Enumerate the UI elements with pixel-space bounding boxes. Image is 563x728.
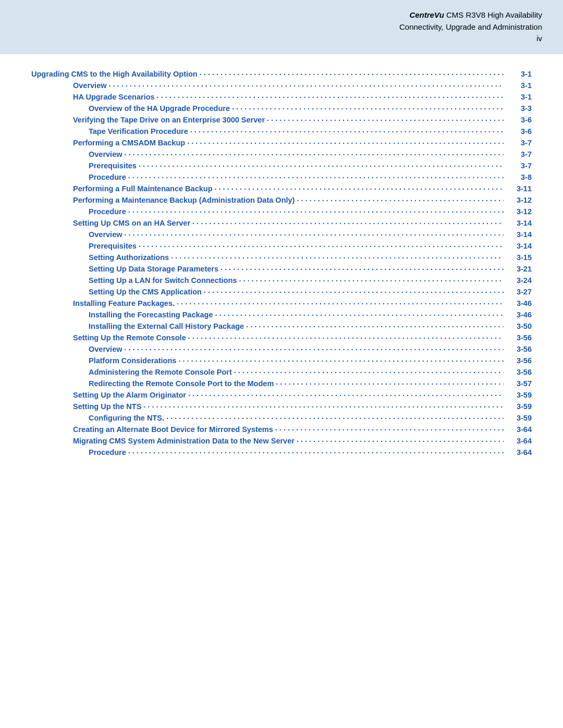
toc-entry: Procedure3-64 xyxy=(31,448,532,456)
toc-entry: Tape Verification Procedure3-6 xyxy=(31,127,532,135)
toc-entry-text: Overview of the HA Upgrade Procedure xyxy=(89,104,230,113)
toc-entry-dots xyxy=(171,252,504,260)
toc-entry-page: 3-14 xyxy=(506,219,532,227)
toc-entry-text: Migrating CMS System Administration Data… xyxy=(73,437,295,445)
toc-entry-text: Redirecting the Remote Console Port to t… xyxy=(89,379,274,388)
toc-entry-page: 3-64 xyxy=(506,437,532,445)
toc-entry-text: Setting Up the CMS Application xyxy=(89,288,202,296)
toc-entry-dots xyxy=(200,68,504,77)
toc-entry-page: 3-8 xyxy=(506,173,532,181)
toc-entry-dots xyxy=(143,401,504,409)
header-page-label: iv xyxy=(536,34,542,43)
toc-entry-text: Installing the External Call History Pac… xyxy=(89,322,244,330)
toc-entry-page: 3-6 xyxy=(506,116,532,124)
toc-entry-text: Overview xyxy=(89,230,123,239)
toc-entry-dots xyxy=(128,447,504,455)
toc-entry-page: 3-59 xyxy=(506,414,532,422)
toc-entry-page: 3-56 xyxy=(506,368,532,376)
toc-entry-page: 3-21 xyxy=(506,265,532,273)
toc-entry-text: Setting Up the Remote Console xyxy=(73,334,186,342)
toc-entry-page: 3-7 xyxy=(506,162,532,170)
toc-entry-dots xyxy=(128,206,504,214)
toc-entry: Procedure3-12 xyxy=(31,207,532,216)
toc-entry-dots xyxy=(192,217,504,226)
toc-entry-dots xyxy=(221,263,504,272)
toc-entry: Overview3-14 xyxy=(31,230,532,239)
toc-entry: Setting Up the Remote Console3-56 xyxy=(31,334,532,342)
toc-entry-text: Configuring the NTS. xyxy=(89,414,164,422)
toc-entry-page: 3-56 xyxy=(506,356,532,365)
toc-entry-text: Procedure xyxy=(89,173,126,181)
toc-entry: Performing a Full Maintenance Backup3-11 xyxy=(31,184,532,193)
toc-entry-dots xyxy=(188,332,504,340)
toc-entry: Upgrading CMS to the High Availability O… xyxy=(31,70,532,78)
toc-entry: Overview3-7 xyxy=(31,150,532,158)
toc-entry-text: Installing Feature Packages. xyxy=(73,299,175,307)
toc-entry-dots xyxy=(178,355,504,363)
toc-entry: Installing the Forecasting Package3-46 xyxy=(31,311,532,319)
toc-entry: Overview3-56 xyxy=(31,345,532,353)
toc-entry: Creating an Alternate Boot Device for Mi… xyxy=(31,425,532,434)
toc-entry-page: 3-24 xyxy=(506,276,532,285)
toc-entry-page: 3-57 xyxy=(506,379,532,388)
toc-entry-page: 3-46 xyxy=(506,311,532,319)
toc-entry-page: 3-46 xyxy=(506,299,532,307)
toc-entry: Installing the External Call History Pac… xyxy=(31,322,532,330)
toc-entry-text: Performing a Maintenance Backup (Adminis… xyxy=(73,196,295,204)
toc-entry: Overview of the HA Upgrade Procedure3-3 xyxy=(31,104,532,113)
toc-entry-dots xyxy=(188,389,504,398)
toc-entry: HA Upgrade Scenarios3-1 xyxy=(31,93,532,101)
toc-entry-dots xyxy=(166,412,504,421)
toc-entry-page: 3-12 xyxy=(506,196,532,204)
toc-entry-text: Overview xyxy=(73,81,107,90)
toc-entry: Procedure3-8 xyxy=(31,173,532,181)
toc-entry-page: 3-56 xyxy=(506,345,532,353)
toc-entry: Installing Feature Packages.3-46 xyxy=(31,299,532,307)
toc-entry-text: Overview xyxy=(89,345,123,353)
toc-entry-page: 3-59 xyxy=(506,402,532,411)
toc-entry: Setting Authorizations3-15 xyxy=(31,253,532,262)
toc-entry-dots xyxy=(125,343,504,352)
toc-entry-dots xyxy=(139,240,504,249)
toc-entry-page: 3-12 xyxy=(506,207,532,216)
toc-entry-page: 3-1 xyxy=(506,93,532,101)
toc-content: Upgrading CMS to the High Availability O… xyxy=(0,54,563,480)
header-subtitle: Connectivity, Upgrade and Administration xyxy=(399,22,542,31)
toc-entry: Setting Up the Alarm Originator3-59 xyxy=(31,391,532,399)
toc-entry-text: Setting Up CMS on an HA Server xyxy=(73,219,190,227)
toc-entry-page: 3-15 xyxy=(506,253,532,262)
toc-entry-text: Upgrading CMS to the High Availability O… xyxy=(31,70,198,78)
toc-entry-dots xyxy=(125,149,504,157)
toc-entry-dots xyxy=(190,126,504,134)
toc-entry-dots xyxy=(128,171,504,180)
toc-entry-text: Verifying the Tape Drive on an Enterpris… xyxy=(73,116,265,124)
toc-entry-text: Prerequisites xyxy=(89,242,137,250)
toc-entry: Redirecting the Remote Console Port to t… xyxy=(31,379,532,388)
toc-entry-page: 3-14 xyxy=(506,242,532,250)
toc-entry-dots xyxy=(204,286,504,294)
toc-entry-text: Setting Authorizations xyxy=(89,253,169,262)
toc-entry-dots xyxy=(275,424,504,432)
toc-entry-text: Performing a CMSADM Backup xyxy=(73,139,185,147)
toc-entry-text: Platform Considerations xyxy=(89,356,176,365)
toc-entry-text: Setting Up the NTS xyxy=(73,402,141,411)
toc-entry-dots xyxy=(239,275,504,283)
toc-entry-text: Procedure xyxy=(89,207,126,216)
toc-entry-dots xyxy=(232,103,504,111)
toc-entry-dots xyxy=(187,137,504,145)
toc-entry: Platform Considerations3-56 xyxy=(31,356,532,365)
toc-entry: Verifying the Tape Drive on an Enterpris… xyxy=(31,116,532,124)
toc-entry-dots xyxy=(109,80,504,88)
toc-entry: Administering the Remote Console Port3-5… xyxy=(31,368,532,376)
toc-entry: Prerequisites3-7 xyxy=(31,162,532,170)
toc-entry-page: 3-1 xyxy=(506,81,532,90)
toc-entry-page: 3-59 xyxy=(506,391,532,399)
toc-entry-text: Administering the Remote Console Port xyxy=(89,368,232,376)
toc-entry-dots xyxy=(234,366,504,375)
toc-entry-page: 3-50 xyxy=(506,322,532,330)
toc-entry-dots xyxy=(276,378,504,386)
toc-entry-page: 3-14 xyxy=(506,230,532,239)
header-title: CentreVu CMS R3V8 High Availability Conn… xyxy=(21,9,542,45)
toc-entry-dots xyxy=(157,91,504,100)
toc-entry-dots xyxy=(125,229,504,237)
